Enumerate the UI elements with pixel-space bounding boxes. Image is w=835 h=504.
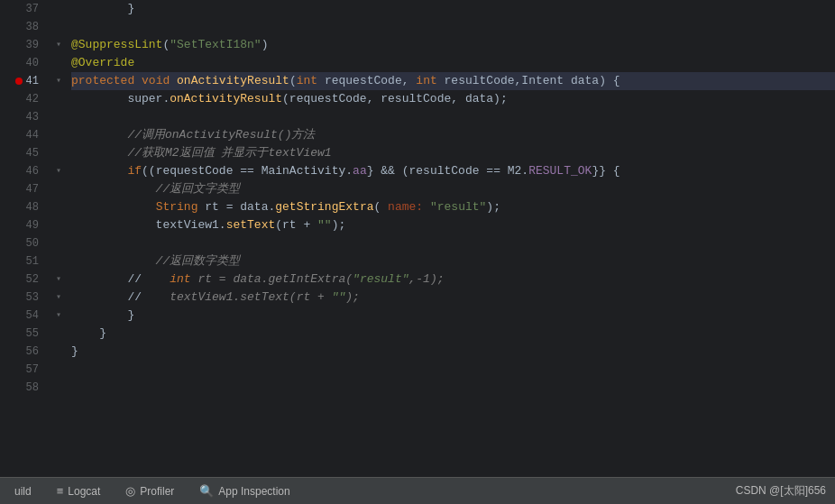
- gutter-item-55: [50, 325, 68, 343]
- code-line-48: String rt = data.getStringExtra( name: "…: [71, 198, 835, 216]
- line-number-49: 49: [0, 216, 42, 234]
- app-inspection-icon: 🔍: [199, 484, 214, 498]
- gutter-item-37: [50, 0, 68, 18]
- line-number-48: 48: [0, 198, 42, 216]
- code-editor[interactable]: 3738394041424344454647484950515253545556…: [0, 0, 835, 477]
- gutter-item-52[interactable]: ▾: [50, 270, 68, 289]
- logcat-icon: ≡: [57, 484, 64, 498]
- gutter-item-39[interactable]: ▾: [50, 36, 68, 54]
- line-number-45: 45: [0, 144, 42, 162]
- code-line-42: super.onActivityResult(requestCode, resu…: [71, 90, 835, 108]
- code-line-52: // int rt = data.getIntExtra("result",-1…: [71, 270, 835, 289]
- gutter-item-51: [50, 252, 68, 270]
- code-line-38: [71, 18, 835, 36]
- code-line-46: if((requestCode == MainActivity.aa} && (…: [71, 162, 835, 180]
- code-line-37: }: [71, 0, 835, 18]
- gutter-item-41[interactable]: ▾: [50, 72, 68, 90]
- gutter-item-44: [50, 126, 68, 144]
- gutter-item-58: [50, 379, 68, 397]
- code-line-45: //获取M2返回值 并显示于textView1: [71, 144, 835, 162]
- line-number-40: 40: [0, 54, 42, 72]
- line-number-50: 50: [0, 234, 42, 252]
- bottom-left: uild ≡ Logcat ◎ Profiler 🔍 App Inspectio…: [9, 482, 296, 499]
- line-number-51: 51: [0, 252, 42, 270]
- line-number-39: 39: [0, 36, 42, 54]
- gutter-item-45: [50, 144, 68, 162]
- line-number-52: 52: [0, 270, 42, 289]
- code-line-50: [71, 234, 835, 252]
- gutter-item-57: [50, 361, 68, 379]
- line-number-46: 46: [0, 162, 42, 180]
- code-line-47: //返回文字类型: [71, 180, 835, 198]
- code-line-43: [71, 108, 835, 126]
- line-numbers: 3738394041424344454647484950515253545556…: [0, 0, 50, 477]
- logcat-label: Logcat: [68, 485, 100, 498]
- gutter-item-40: [50, 54, 68, 72]
- code-line-56: }: [71, 343, 835, 361]
- code-line-57: [71, 361, 835, 379]
- code-line-53: // textView1.setText(rt + "");: [71, 289, 835, 307]
- line-number-38: 38: [0, 18, 42, 36]
- code-line-40: @Override: [71, 54, 835, 72]
- profiler-tab[interactable]: ◎ Profiler: [120, 482, 179, 499]
- code-line-51: //返回数字类型: [71, 252, 835, 270]
- code-line-58: [71, 379, 835, 397]
- gutter-item-53[interactable]: ▾: [50, 289, 68, 307]
- gutter-item-50: [50, 234, 68, 252]
- line-number-42: 42: [0, 90, 42, 108]
- code-line-49: textView1.setText(rt + "");: [71, 216, 835, 234]
- gutter-item-43: [50, 108, 68, 126]
- gutter-item-38: [50, 18, 68, 36]
- profiler-label: Profiler: [140, 485, 174, 498]
- line-number-44: 44: [0, 126, 42, 144]
- code-line-44: //调用onActivityResult()方法: [71, 126, 835, 144]
- line-number-43: 43: [0, 108, 42, 126]
- gutter-item-42: [50, 90, 68, 108]
- logcat-tab[interactable]: ≡ Logcat: [51, 482, 106, 499]
- gutter-item-54[interactable]: ▾: [50, 307, 68, 325]
- gutter-item-46[interactable]: ▾: [50, 162, 68, 180]
- code-line-41: protected void onActivityResult(int requ…: [71, 72, 835, 90]
- gutter-item-48: [50, 198, 68, 216]
- code-line-39: @SuppressLint("SetTextI18n"): [71, 36, 835, 54]
- gutter-item-56: [50, 343, 68, 361]
- gutter-item-47: [50, 180, 68, 198]
- build-label[interactable]: uild: [9, 483, 37, 499]
- line-number-55: 55: [0, 325, 42, 343]
- gutter-item-49: [50, 216, 68, 234]
- line-number-54: 54: [0, 307, 42, 325]
- bottom-bar: uild ≡ Logcat ◎ Profiler 🔍 App Inspectio…: [0, 477, 835, 504]
- line-number-37: 37: [0, 0, 42, 18]
- line-number-47: 47: [0, 180, 42, 198]
- code-content: } @SuppressLint("SetTextI18n")@Overridep…: [68, 0, 835, 477]
- line-number-53: 53: [0, 289, 42, 307]
- breakpoint-dot[interactable]: [15, 78, 23, 85]
- line-number-57: 57: [0, 361, 42, 379]
- app-inspection-tab[interactable]: 🔍 App Inspection: [194, 482, 295, 499]
- app-inspection-label: App Inspection: [218, 485, 289, 498]
- gutter: ▾▾▾▾▾▾: [50, 0, 68, 477]
- code-line-54: }: [71, 307, 835, 325]
- bottom-right-text: CSDN @[太阳]656: [736, 483, 826, 499]
- line-number-56: 56: [0, 343, 42, 361]
- line-number-58: 58: [0, 379, 42, 397]
- line-number-41: 41: [0, 72, 42, 90]
- profiler-icon: ◎: [125, 484, 135, 498]
- code-line-55: }: [71, 325, 835, 343]
